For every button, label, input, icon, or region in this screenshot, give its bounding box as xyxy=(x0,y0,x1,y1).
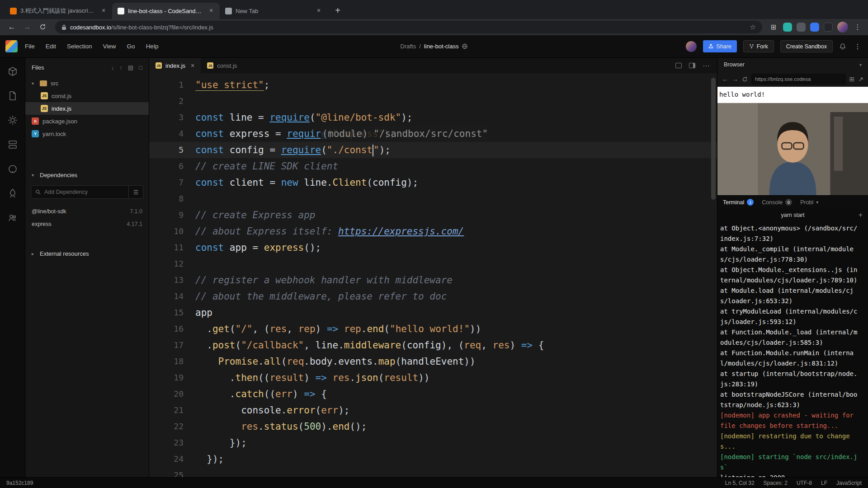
project-box-icon[interactable] xyxy=(7,66,18,77)
preview-layout-icon[interactable] xyxy=(689,63,695,68)
line-number: 2 xyxy=(149,93,184,109)
status-item[interactable]: JavaScript xyxy=(836,480,862,486)
browser-tab[interactable]: 3.程式入門就該從 javascript 起× xyxy=(5,3,112,19)
server-icon[interactable] xyxy=(7,139,18,150)
file-row-index.js[interactable]: JSindex.js xyxy=(25,102,149,115)
browser-menu-icon[interactable]: ⋮ xyxy=(853,23,863,31)
terminal-tab-label: Probl xyxy=(800,199,813,206)
create-sandbox-button[interactable]: Create Sandbox xyxy=(780,40,833,52)
dependency-filter-button[interactable]: ☰ xyxy=(129,185,143,199)
share-button[interactable]: Share xyxy=(703,40,736,52)
menu-file[interactable]: File xyxy=(25,43,35,50)
browser-profile-avatar[interactable] xyxy=(837,22,848,33)
tab-close-icon[interactable]: × xyxy=(191,62,194,69)
browser-tab[interactable]: New Tab× xyxy=(220,3,327,19)
code-line: 16 .get("/", (res, rep) => rep.end("hell… xyxy=(149,321,717,337)
preview-forward-icon[interactable]: → xyxy=(732,75,738,83)
deploy-rocket-icon[interactable] xyxy=(7,188,18,199)
preview-settings-icon[interactable]: ⊞ xyxy=(849,75,855,83)
terminal-tab-probl[interactable]: Probl▾ xyxy=(800,199,821,206)
search-icon xyxy=(35,189,41,195)
external-resources-header[interactable]: ▸ External resources xyxy=(25,244,149,263)
new-file-icon[interactable]: □ xyxy=(139,64,142,71)
dependency-row[interactable]: express4.17.1 xyxy=(25,218,149,230)
file-row-package.json[interactable]: npackage.json xyxy=(25,115,149,127)
dependencies-section-header[interactable]: ▾ Dependencies xyxy=(25,165,149,184)
line-number: 10 xyxy=(149,223,184,239)
new-directory-icon[interactable]: ▤ xyxy=(128,64,133,71)
add-dependency-input[interactable]: Add Dependency xyxy=(31,185,129,199)
dependency-row[interactable]: @line/bot-sdk7.1.0 xyxy=(25,205,149,218)
line-number: 16 xyxy=(149,321,184,337)
files-section-header[interactable]: Files ↓ ↑ ▤ □ xyxy=(25,58,149,77)
bookmark-star-icon[interactable]: ☆ xyxy=(750,23,756,31)
status-item[interactable]: UTF-8 xyxy=(797,480,812,486)
editor-tab-const.js[interactable]: JSconst.js xyxy=(201,58,243,73)
download-files-icon[interactable]: ↓ xyxy=(111,64,114,71)
editor-tab-label: index.js xyxy=(165,62,185,69)
breadcrumb[interactable]: Drafts / line-bot-class xyxy=(401,43,468,50)
header-more-icon[interactable]: ⋮ xyxy=(853,42,863,51)
panel-chevron-icon[interactable]: ▾ xyxy=(859,62,862,67)
dependencies-title: Dependencies xyxy=(40,172,77,178)
forward-button[interactable]: → xyxy=(21,21,33,33)
file-row-src[interactable]: ▾src xyxy=(25,77,149,89)
tab-favicon-icon xyxy=(225,8,232,14)
file-row-const.js[interactable]: JSconst.js xyxy=(25,89,149,102)
extension-icon-2[interactable] xyxy=(797,23,806,32)
add-terminal-icon[interactable]: + xyxy=(859,211,863,219)
tab-close-icon[interactable]: × xyxy=(207,7,215,15)
extensions-puzzle-icon[interactable]: ⊞ xyxy=(769,23,778,31)
menu-go[interactable]: Go xyxy=(127,43,135,50)
editor-more-icon[interactable]: ⋯ xyxy=(703,61,710,70)
code-content[interactable]: 1"use strict";23const line = require("@l… xyxy=(149,73,717,477)
menu-view[interactable]: View xyxy=(103,43,116,50)
menu-help[interactable]: Help xyxy=(146,43,159,50)
code-line: 10// about Express itself: https://expre… xyxy=(149,223,717,239)
editor-scrollbar[interactable] xyxy=(711,78,716,200)
tab-close-icon[interactable]: × xyxy=(99,7,108,15)
line-content: "use strict"; xyxy=(184,77,269,93)
status-item[interactable]: Ln 5, Col 32 xyxy=(725,480,755,486)
preview-viewport[interactable]: hello world! xyxy=(717,87,868,195)
notifications-bell-icon[interactable] xyxy=(839,43,846,50)
split-view-icon[interactable] xyxy=(675,63,682,68)
menu-edit[interactable]: Edit xyxy=(46,43,56,50)
terminal-output[interactable]: at Object.<anonymous> (/sandbox/src/inde… xyxy=(717,221,868,477)
live-users-icon[interactable] xyxy=(7,212,18,223)
open-new-window-icon[interactable]: ↗ xyxy=(858,75,863,83)
line-number: 18 xyxy=(149,353,184,370)
browser-tab[interactable]: line-bot-class - CodeSandbox× xyxy=(112,3,220,19)
extension-icon-1[interactable] xyxy=(783,23,792,32)
line-number: 24 xyxy=(149,451,184,467)
reload-button[interactable] xyxy=(36,21,49,33)
extension-icon-3[interactable] xyxy=(810,23,819,32)
extension-icon-4[interactable] xyxy=(824,23,833,32)
fork-button[interactable]: Fork xyxy=(743,40,774,52)
menu-selection[interactable]: Selection xyxy=(67,43,92,50)
github-icon[interactable] xyxy=(7,164,18,174)
terminal-tab-console[interactable]: Console0 xyxy=(762,199,792,206)
upload-files-icon[interactable]: ↑ xyxy=(119,64,123,71)
breadcrumb-drafts[interactable]: Drafts xyxy=(401,43,416,50)
terminal-line: at Module.load (internal/modules/cjs/loa… xyxy=(720,286,860,306)
tab-close-icon[interactable]: × xyxy=(315,7,323,15)
breadcrumb-sandbox-name[interactable]: line-bot-class xyxy=(424,43,459,50)
codesandbox-logo[interactable] xyxy=(5,40,18,52)
new-tab-button[interactable]: + xyxy=(331,4,344,18)
address-bar[interactable]: codesandbox.io/s/line-bot-class-bnlzq?fi… xyxy=(55,21,762,33)
editor-tab-index.js[interactable]: JSindex.js× xyxy=(149,58,201,73)
browser-extension-area: ⊞ ⋮ xyxy=(769,22,863,33)
file-row-yarn.lock[interactable]: Yyarn.lock xyxy=(25,127,149,140)
back-button[interactable]: ← xyxy=(5,21,18,33)
preview-nav-bar: ← → https://bnlzq.sse.codesa ⊞ ↗ xyxy=(717,71,868,87)
preview-back-icon[interactable]: ← xyxy=(722,75,728,83)
status-item[interactable]: Spaces: 2 xyxy=(764,480,788,486)
terminal-tab-terminal[interactable]: Terminal1 xyxy=(723,199,754,206)
preview-url-field[interactable]: https://bnlzq.sse.codesa xyxy=(751,74,846,84)
status-item[interactable]: LF xyxy=(821,480,827,486)
user-avatar[interactable] xyxy=(686,41,697,52)
file-explorer-icon[interactable] xyxy=(7,90,18,101)
settings-gear-icon[interactable] xyxy=(7,115,18,126)
preview-refresh-icon[interactable] xyxy=(742,75,748,83)
